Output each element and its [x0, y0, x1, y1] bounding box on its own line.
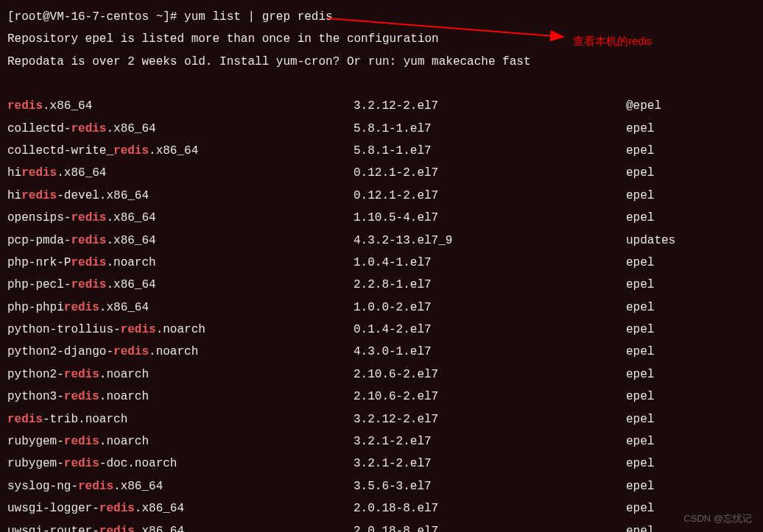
package-row: python-trollius-redis.noarch0.1.4-2.el7e… [7, 319, 756, 341]
package-name: collectd-redis.x86_64 [7, 118, 354, 140]
package-repo: epel [626, 386, 654, 408]
package-version: 3.2.1-2.el7 [354, 453, 626, 475]
package-repo: epel [626, 408, 654, 430]
package-repo: epel [626, 297, 654, 319]
package-version: 1.10.5-4.el7 [354, 207, 626, 229]
package-row: redis-trib.noarch3.2.12-2.el7epel [7, 408, 756, 430]
watermark: CSDN @忘忧记 [683, 510, 752, 528]
package-repo: epel [626, 341, 654, 363]
package-row: uwsgi-logger-redis.x86_642.0.18-8.el7epe… [7, 497, 756, 519]
package-name: syslog-ng-redis.x86_64 [7, 475, 354, 497]
package-repo: epel [626, 185, 654, 207]
package-version: 1.0.0-2.el7 [354, 297, 626, 319]
package-name: uwsgi-logger-redis.x86_64 [7, 497, 354, 519]
package-version: 4.3.2-13.el7_9 [354, 230, 626, 252]
package-version: 3.2.12-2.el7 [354, 408, 626, 430]
package-version: 2.0.18-8.el7 [354, 520, 626, 532]
package-repo: epel [626, 497, 654, 519]
package-repo: epel [626, 319, 654, 341]
package-row: rubygem-redis-doc.noarch3.2.1-2.el7epel [7, 453, 756, 475]
package-repo: epel [626, 475, 654, 497]
package-version: 2.10.6-2.el7 [354, 386, 626, 408]
annotation-text: 查看本机的redis [573, 31, 653, 52]
package-name: rubygem-redis-doc.noarch [7, 453, 354, 475]
package-row: uwsgi-router-redis.x86_642.0.18-8.el7epe… [7, 520, 756, 532]
package-row: python3-redis.noarch2.10.6-2.el7epel [7, 386, 756, 408]
package-version: 0.1.4-2.el7 [354, 319, 626, 341]
package-version: 3.2.12-2.el7 [354, 95, 626, 117]
package-row: python2-redis.noarch2.10.6-2.el7epel [7, 363, 756, 386]
package-row: php-pecl-redis.x86_642.2.8-1.el7epel [7, 274, 756, 296]
package-name: python3-redis.noarch [7, 386, 354, 408]
package-version: 5.8.1-1.el7 [354, 140, 626, 162]
package-repo: epel [626, 274, 654, 296]
package-version: 3.5.6-3.el7 [354, 475, 626, 497]
package-row: php-nrk-Predis.noarch1.0.4-1.el7epel [7, 252, 756, 274]
package-row: pcp-pmda-redis.x86_644.3.2-13.el7_9updat… [7, 230, 756, 252]
package-name: redis.x86_64 [7, 95, 354, 117]
package-version: 1.0.4-1.el7 [354, 252, 626, 274]
package-repo: updates [626, 230, 675, 252]
package-repo: epel [626, 162, 654, 184]
package-name: hiredis.x86_64 [7, 162, 354, 184]
package-repo: epel [626, 140, 654, 162]
package-repo: epel [626, 453, 654, 475]
package-version: 2.10.6-2.el7 [354, 363, 626, 386]
package-row: hiredis.x86_640.12.1-2.el7epel [7, 162, 756, 184]
package-repo: epel [626, 252, 654, 274]
package-row: syslog-ng-redis.x86_643.5.6-3.el7epel [7, 475, 756, 497]
package-repo: epel [626, 207, 654, 229]
package-repo: epel [626, 520, 654, 532]
package-name: rubygem-redis.noarch [7, 430, 354, 453]
package-name: php-phpiredis.x86_64 [7, 297, 354, 319]
package-name: uwsgi-router-redis.x86_64 [7, 520, 354, 532]
package-row: redis.x86_643.2.12-2.el7@epel [7, 95, 756, 117]
repo-warning-2: Repodata is over 2 weeks old. Install yu… [7, 51, 756, 73]
package-row: collectd-write_redis.x86_645.8.1-1.el7ep… [7, 140, 756, 162]
package-version: 5.8.1-1.el7 [354, 118, 626, 140]
package-name: python-trollius-redis.noarch [7, 319, 354, 341]
package-row: php-phpiredis.x86_641.0.0-2.el7epel [7, 297, 756, 319]
package-row: python2-django-redis.noarch4.3.0-1.el7ep… [7, 341, 756, 363]
package-version: 2.0.18-8.el7 [354, 497, 626, 519]
package-row: hiredis-devel.x86_640.12.1-2.el7epel [7, 185, 756, 207]
package-name: python2-redis.noarch [7, 363, 354, 386]
package-version: 3.2.1-2.el7 [354, 430, 626, 453]
package-name: opensips-redis.x86_64 [7, 207, 354, 229]
package-repo: epel [626, 430, 654, 453]
package-row: rubygem-redis.noarch3.2.1-2.el7epel [7, 430, 756, 453]
package-name: python2-django-redis.noarch [7, 341, 354, 363]
package-repo: @epel [626, 95, 661, 117]
package-repo: epel [626, 363, 654, 386]
package-name: redis-trib.noarch [7, 408, 354, 430]
package-repo: epel [626, 118, 654, 140]
package-row: collectd-redis.x86_645.8.1-1.el7epel [7, 118, 756, 140]
package-name: php-pecl-redis.x86_64 [7, 274, 354, 296]
package-version: 0.12.1-2.el7 [354, 162, 626, 184]
package-name: collectd-write_redis.x86_64 [7, 140, 354, 162]
package-row: opensips-redis.x86_641.10.5-4.el7epel [7, 207, 756, 229]
package-name: pcp-pmda-redis.x86_64 [7, 230, 354, 252]
package-version: 0.12.1-2.el7 [354, 185, 626, 207]
shell-prompt: [root@VM-16-7-centos ~]# yum list | grep… [7, 6, 756, 28]
package-version: 2.2.8-1.el7 [354, 274, 626, 296]
package-name: php-nrk-Predis.noarch [7, 252, 354, 274]
package-version: 4.3.0-1.el7 [354, 341, 626, 363]
package-name: hiredis-devel.x86_64 [7, 185, 354, 207]
package-list: redis.x86_643.2.12-2.el7@epelcollectd-re… [7, 95, 756, 532]
